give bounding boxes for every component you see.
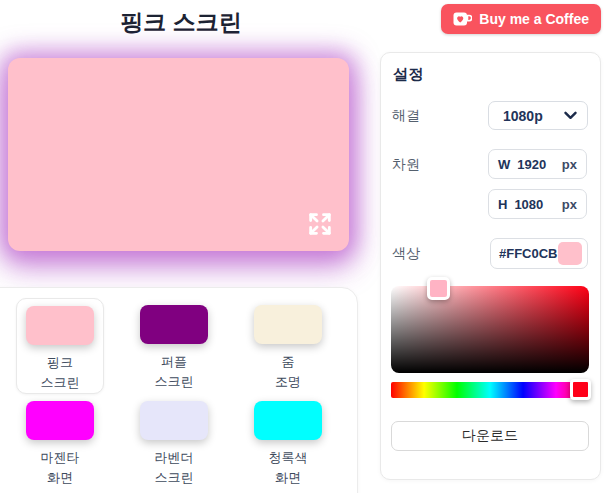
color-chip	[558, 242, 582, 265]
hue-handle[interactable]	[570, 379, 591, 400]
settings-panel: 설정 해결 1080p 차원 W 1920 px H 1080 px 색상 #F…	[380, 52, 601, 480]
preset-label: 마젠타화면	[41, 448, 80, 487]
preset-pink-screen[interactable]: 핑크스크린	[16, 298, 104, 394]
settings-title: 설정	[393, 65, 424, 84]
width-unit: px	[562, 157, 577, 172]
cream-swatch	[254, 305, 322, 344]
color-preview[interactable]	[8, 58, 349, 251]
hue-slider[interactable]	[391, 382, 589, 398]
preset-label: 퍼플스크린	[155, 352, 194, 391]
buy-me-a-coffee-button[interactable]: Buy me a Coffee	[441, 4, 601, 34]
coffee-button-label: Buy me a Coffee	[479, 11, 589, 27]
preset-zoom-lighting[interactable]: 줌조명	[231, 298, 345, 394]
height-prefix: H	[498, 197, 507, 212]
preset-purple-screen[interactable]: 퍼플스크린	[117, 298, 231, 394]
magenta-swatch	[26, 401, 94, 440]
height-unit: px	[562, 197, 577, 212]
chevron-down-icon	[564, 111, 577, 120]
preset-cyan-screen[interactable]: 청록색화면	[231, 394, 345, 490]
preset-lavender-screen[interactable]: 라벤더스크린	[117, 394, 231, 490]
resolution-label: 해결	[392, 101, 420, 130]
saturation-picker[interactable]	[391, 286, 589, 373]
preset-label: 청록색화면	[269, 448, 308, 487]
height-value: 1080	[514, 197, 543, 212]
saturation-handle[interactable]	[427, 277, 450, 300]
pink-screen-app: 핑크 스크린 Buy me a Coffee 핑크스크린	[0, 0, 604, 493]
width-prefix: W	[498, 157, 510, 172]
pink-swatch	[26, 306, 94, 345]
download-button[interactable]: 다운로드	[391, 421, 589, 451]
preset-label: 핑크스크린	[41, 353, 80, 392]
preset-label: 라벤더스크린	[155, 448, 194, 487]
preset-magenta-screen[interactable]: 마젠타화면	[3, 394, 117, 490]
width-input[interactable]: W 1920 px	[488, 149, 587, 179]
coffee-cup-icon	[453, 12, 472, 27]
height-input[interactable]: H 1080 px	[488, 189, 587, 219]
preset-label: 줌조명	[275, 352, 301, 391]
cyan-swatch	[254, 401, 322, 440]
page-title: 핑크 스크린	[0, 7, 362, 38]
resolution-value: 1080p	[503, 108, 543, 124]
dimension-label: 차원	[392, 149, 420, 179]
width-value: 1920	[517, 157, 546, 172]
fullscreen-expand-icon[interactable]	[306, 210, 334, 238]
lavender-swatch	[140, 401, 208, 440]
color-label: 색상	[392, 238, 420, 269]
resolution-select[interactable]: 1080p	[488, 101, 588, 130]
hex-value: #FFC0CB	[499, 246, 558, 261]
purple-swatch	[140, 305, 208, 344]
preset-colors-card: 핑크스크린 퍼플스크린 줌조명 마젠타화면 라벤더스크린 청록색화면	[0, 287, 358, 493]
hex-color-input[interactable]: #FFC0CB	[490, 238, 588, 269]
preset-grid: 핑크스크린 퍼플스크린 줌조명 마젠타화면 라벤더스크린 청록색화면	[3, 298, 357, 490]
